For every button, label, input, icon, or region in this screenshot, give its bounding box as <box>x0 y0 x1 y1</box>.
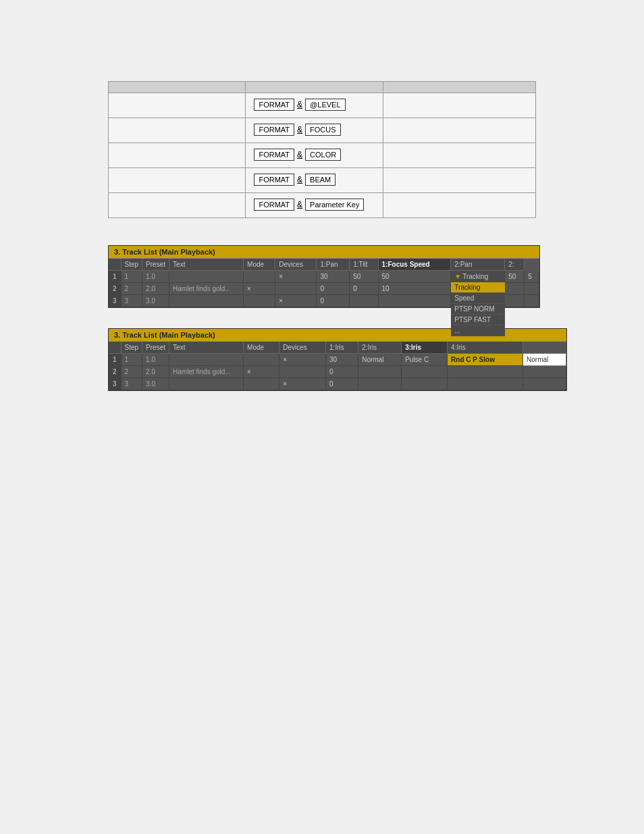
ampersand-4: & <box>297 175 302 184</box>
row2-iris1-1: Normal <box>358 354 402 366</box>
format-key-4[interactable]: FORMAT <box>254 174 294 186</box>
th2-devices: Devices <box>279 342 326 354</box>
pan-2: 0 <box>350 283 378 295</box>
format-key-table: FORMAT & @LEVEL FORMAT <box>108 81 536 218</box>
dropdown-option-speed[interactable]: Speed <box>451 293 505 304</box>
preset-1: 1.0 <box>142 271 169 283</box>
ampersand-2: & <box>297 125 302 134</box>
tilt-1: 50 <box>378 271 451 283</box>
step-3: 3 <box>121 295 142 307</box>
th2-iris3: 3:Iris <box>402 342 448 354</box>
row2-iris3-1: Rnd C P Slow <box>448 354 523 366</box>
row2-iris3-3 <box>448 378 523 390</box>
row-col1-4 <box>109 168 246 193</box>
row2-devices-val-1: 30 <box>326 354 358 366</box>
list-item: 1 1 1.0 × 30 Normal Pulse C Rnd C P Slow… <box>109 354 566 366</box>
color-key[interactable]: COLOR <box>305 149 341 161</box>
row-col3-5 <box>383 193 535 218</box>
devices-mode-1: × <box>275 271 317 283</box>
devices-val-2: 0 <box>317 283 350 295</box>
row2-iris4-1: Normal <box>523 354 566 366</box>
row2-devices-val-3: 0 <box>326 378 358 390</box>
row2-iris1-3 <box>358 378 402 390</box>
track-panel-1-header: 3. Track List (Main Playback) <box>109 246 539 259</box>
devices-mode-2 <box>275 283 317 295</box>
th2-text: Text <box>169 342 244 354</box>
beam-key[interactable]: BEAM <box>305 174 336 186</box>
track-panel-1-title: 3. Track List (Main Playback) <box>114 248 215 256</box>
devices-val-1: 30 <box>317 271 350 283</box>
dropdown-option-ptspnorm[interactable]: PTSP NORM <box>451 304 505 315</box>
mode-2: × <box>244 283 275 295</box>
row-keys-1: FORMAT & @LEVEL <box>246 93 383 118</box>
row2-devices-3: × <box>279 378 326 390</box>
focus-key[interactable]: FOCUS <box>305 124 341 136</box>
ampersand-3: & <box>297 150 302 159</box>
row-num-3: 3 <box>109 295 121 307</box>
col-header-3 <box>383 82 535 93</box>
row-col1-5 <box>109 193 246 218</box>
format-key-3[interactable]: FORMAT <box>254 149 294 161</box>
row-col1 <box>109 93 246 118</box>
text-1 <box>169 271 244 283</box>
th-tilt1: 1:Tilt <box>350 259 378 271</box>
row2-text-3 <box>169 378 244 390</box>
row2-iris1-2 <box>358 366 402 378</box>
focusspeed-1[interactable]: ▼Tracking Tracking Speed PTSP NORM PTSP … <box>451 271 505 283</box>
row2-iris2-1: Pulse C <box>402 354 448 366</box>
th-focusspeed: 1:Focus Speed <box>378 259 451 271</box>
row-keys-3: FORMAT & COLOR <box>246 143 383 168</box>
row-col3-1 <box>383 93 535 118</box>
dropdown-option-ptspfast[interactable]: PTSP FAST <box>451 315 505 325</box>
row2-mode-3 <box>244 378 279 390</box>
row-col1-3 <box>109 143 246 168</box>
preset-3: 3.0 <box>142 295 169 307</box>
mode-1 <box>244 271 275 283</box>
parameter-key[interactable]: Parameter Key <box>305 199 364 211</box>
row-col3-3 <box>383 143 535 168</box>
th-pan2: 2:Pan <box>451 259 505 271</box>
row2-mode-1 <box>244 354 279 366</box>
atlevel-key[interactable]: @LEVEL <box>305 99 345 111</box>
format-key-5[interactable]: FORMAT <box>254 199 294 211</box>
row2-mode-2: × <box>244 366 279 378</box>
th2-num <box>109 342 121 354</box>
row2-num-2: 2 <box>109 366 121 378</box>
row2-iris2-2 <box>402 366 448 378</box>
format-key-2[interactable]: FORMAT <box>254 124 294 136</box>
row2-iris4-3 <box>523 378 566 390</box>
format-key[interactable]: FORMAT <box>254 99 294 111</box>
mode-3 <box>244 295 275 307</box>
row2-step-1: 1 <box>121 354 142 366</box>
th2-iris1: 1:Iris <box>326 342 358 354</box>
row2-num-3: 3 <box>109 378 121 390</box>
table-row: FORMAT & COLOR <box>109 143 536 168</box>
text-3 <box>169 295 244 307</box>
row-keys-2: FORMAT & FOCUS <box>246 118 383 143</box>
ampersand-1: & <box>297 100 302 109</box>
text-2: Hamlet finds gold... <box>169 283 244 295</box>
devices-mode-3: × <box>275 295 317 307</box>
row-col1-2 <box>109 118 246 143</box>
list-item: 1 1 1.0 × 30 50 50 ▼Tracking Tracking Sp… <box>109 271 539 283</box>
th-step: Step <box>121 259 142 271</box>
col2-2 <box>525 283 539 295</box>
row2-num-1: 1 <box>109 354 121 366</box>
th-col2: 2: <box>505 259 525 271</box>
row2-devices-1: × <box>279 354 326 366</box>
th2-step: Step <box>121 342 142 354</box>
col-header-1 <box>109 82 246 93</box>
dropdown-option-tracking[interactable]: Tracking <box>451 282 505 293</box>
th-preset: Preset <box>142 259 169 271</box>
list-item: 3 3 3.0 × 0 <box>109 378 566 390</box>
row-col3-2 <box>383 118 535 143</box>
dropdown-option-more[interactable]: ... <box>451 325 505 336</box>
th-pan1: 1:Pan <box>317 259 350 271</box>
th2-iris4: 4:Iris <box>448 342 523 354</box>
dropdown-arrow-icon: ▼ <box>454 273 461 280</box>
row-keys-4: FORMAT & BEAM <box>246 168 383 193</box>
row-col3-4 <box>383 168 535 193</box>
row2-devices-val-2: 0 <box>326 366 358 378</box>
tilt-2: 10 <box>378 283 451 295</box>
ampersand-5: & <box>297 200 302 209</box>
